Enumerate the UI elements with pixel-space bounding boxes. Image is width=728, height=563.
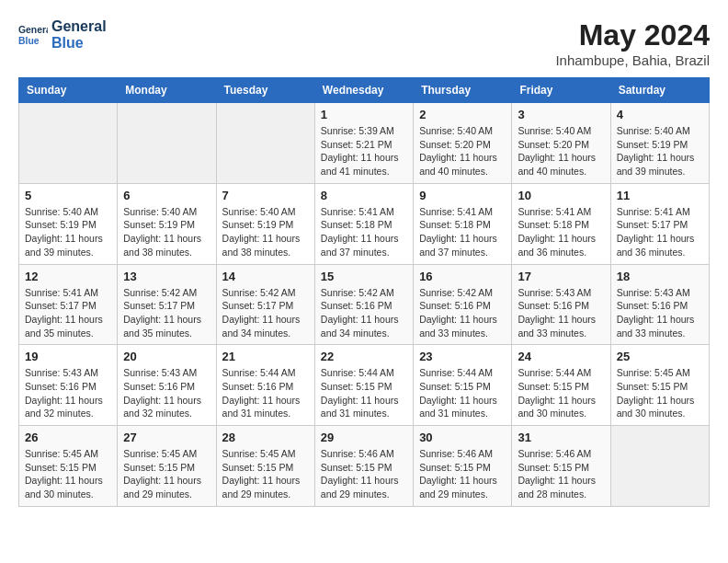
calendar-header: SundayMondayTuesdayWednesdayThursdayFrid… bbox=[19, 78, 710, 103]
week-row-3: 12Sunrise: 5:41 AMSunset: 5:17 PMDayligh… bbox=[19, 264, 710, 345]
day-info: Sunrise: 5:44 AMSunset: 5:15 PMDaylight:… bbox=[518, 366, 604, 420]
svg-text:General: General bbox=[18, 25, 48, 35]
calendar-cell: 5Sunrise: 5:40 AMSunset: 5:19 PMDaylight… bbox=[19, 183, 118, 264]
day-number: 8 bbox=[321, 189, 407, 202]
day-number: 3 bbox=[518, 108, 604, 121]
calendar-cell bbox=[19, 103, 118, 184]
calendar-cell: 28Sunrise: 5:45 AMSunset: 5:15 PMDayligh… bbox=[216, 426, 314, 507]
day-info: Sunrise: 5:41 AMSunset: 5:18 PMDaylight:… bbox=[321, 205, 407, 259]
day-info: Sunrise: 5:41 AMSunset: 5:17 PMDaylight:… bbox=[25, 286, 111, 340]
day-info: Sunrise: 5:44 AMSunset: 5:15 PMDaylight:… bbox=[419, 366, 506, 420]
calendar-body: 1Sunrise: 5:39 AMSunset: 5:21 PMDaylight… bbox=[19, 103, 710, 507]
calendar-cell: 19Sunrise: 5:43 AMSunset: 5:16 PMDayligh… bbox=[19, 345, 118, 426]
calendar-cell: 29Sunrise: 5:46 AMSunset: 5:15 PMDayligh… bbox=[314, 426, 413, 507]
calendar-cell: 4Sunrise: 5:40 AMSunset: 5:19 PMDaylight… bbox=[610, 103, 709, 184]
header-day-sunday: Sunday bbox=[19, 78, 118, 103]
calendar-cell: 16Sunrise: 5:42 AMSunset: 5:16 PMDayligh… bbox=[414, 264, 512, 345]
day-number: 19 bbox=[25, 350, 111, 363]
logo-text-general: General bbox=[51, 18, 107, 35]
day-info: Sunrise: 5:46 AMSunset: 5:15 PMDaylight:… bbox=[419, 447, 506, 501]
calendar-cell bbox=[610, 426, 709, 507]
day-info: Sunrise: 5:43 AMSunset: 5:16 PMDaylight:… bbox=[617, 286, 703, 340]
header-day-tuesday: Tuesday bbox=[216, 78, 314, 103]
week-row-2: 5Sunrise: 5:40 AMSunset: 5:19 PMDaylight… bbox=[19, 183, 710, 264]
day-info: Sunrise: 5:44 AMSunset: 5:15 PMDaylight:… bbox=[321, 366, 407, 420]
calendar-cell: 3Sunrise: 5:40 AMSunset: 5:20 PMDaylight… bbox=[512, 103, 610, 184]
calendar-cell: 23Sunrise: 5:44 AMSunset: 5:15 PMDayligh… bbox=[414, 345, 512, 426]
day-number: 26 bbox=[25, 431, 111, 444]
calendar-cell: 10Sunrise: 5:41 AMSunset: 5:18 PMDayligh… bbox=[512, 183, 610, 264]
week-row-5: 26Sunrise: 5:45 AMSunset: 5:15 PMDayligh… bbox=[19, 426, 710, 507]
day-info: Sunrise: 5:42 AMSunset: 5:16 PMDaylight:… bbox=[419, 286, 506, 340]
location-subtitle: Inhambupe, Bahia, Brazil bbox=[555, 52, 710, 68]
day-info: Sunrise: 5:41 AMSunset: 5:18 PMDaylight:… bbox=[518, 205, 604, 259]
calendar-cell: 27Sunrise: 5:45 AMSunset: 5:15 PMDayligh… bbox=[118, 426, 216, 507]
header-row: SundayMondayTuesdayWednesdayThursdayFrid… bbox=[19, 78, 710, 103]
logo-text-blue: Blue bbox=[51, 35, 107, 52]
day-number: 20 bbox=[123, 350, 210, 363]
calendar-cell: 30Sunrise: 5:46 AMSunset: 5:15 PMDayligh… bbox=[414, 426, 512, 507]
day-number: 11 bbox=[617, 189, 703, 202]
day-number: 30 bbox=[419, 431, 506, 444]
calendar-cell: 14Sunrise: 5:42 AMSunset: 5:17 PMDayligh… bbox=[216, 264, 314, 345]
day-info: Sunrise: 5:40 AMSunset: 5:20 PMDaylight:… bbox=[419, 124, 506, 178]
day-info: Sunrise: 5:45 AMSunset: 5:15 PMDaylight:… bbox=[123, 447, 210, 501]
day-number: 24 bbox=[518, 350, 604, 363]
day-number: 12 bbox=[25, 270, 111, 283]
day-number: 6 bbox=[123, 189, 210, 202]
day-info: Sunrise: 5:40 AMSunset: 5:19 PMDaylight:… bbox=[222, 205, 309, 259]
day-info: Sunrise: 5:45 AMSunset: 5:15 PMDaylight:… bbox=[222, 447, 309, 501]
day-info: Sunrise: 5:43 AMSunset: 5:16 PMDaylight:… bbox=[518, 286, 604, 340]
day-number: 13 bbox=[123, 270, 210, 283]
day-info: Sunrise: 5:39 AMSunset: 5:21 PMDaylight:… bbox=[321, 124, 407, 178]
day-info: Sunrise: 5:45 AMSunset: 5:15 PMDaylight:… bbox=[25, 447, 111, 501]
day-number: 29 bbox=[321, 431, 407, 444]
day-number: 15 bbox=[321, 270, 407, 283]
day-info: Sunrise: 5:45 AMSunset: 5:15 PMDaylight:… bbox=[617, 366, 703, 420]
calendar-cell: 15Sunrise: 5:42 AMSunset: 5:16 PMDayligh… bbox=[314, 264, 413, 345]
day-number: 14 bbox=[222, 270, 309, 283]
day-info: Sunrise: 5:41 AMSunset: 5:18 PMDaylight:… bbox=[419, 205, 506, 259]
day-number: 9 bbox=[419, 189, 506, 202]
calendar-cell bbox=[118, 103, 216, 184]
logo-icon: General Blue bbox=[18, 20, 48, 50]
day-number: 28 bbox=[222, 431, 309, 444]
day-number: 4 bbox=[617, 108, 703, 121]
calendar-cell: 2Sunrise: 5:40 AMSunset: 5:20 PMDaylight… bbox=[414, 103, 512, 184]
day-info: Sunrise: 5:42 AMSunset: 5:17 PMDaylight:… bbox=[123, 286, 210, 340]
calendar-cell: 17Sunrise: 5:43 AMSunset: 5:16 PMDayligh… bbox=[512, 264, 610, 345]
calendar-cell: 22Sunrise: 5:44 AMSunset: 5:15 PMDayligh… bbox=[314, 345, 413, 426]
calendar-cell: 11Sunrise: 5:41 AMSunset: 5:17 PMDayligh… bbox=[610, 183, 709, 264]
calendar-cell: 20Sunrise: 5:43 AMSunset: 5:16 PMDayligh… bbox=[118, 345, 216, 426]
day-number: 16 bbox=[419, 270, 506, 283]
calendar-cell: 25Sunrise: 5:45 AMSunset: 5:15 PMDayligh… bbox=[610, 345, 709, 426]
calendar-cell: 13Sunrise: 5:42 AMSunset: 5:17 PMDayligh… bbox=[118, 264, 216, 345]
day-info: Sunrise: 5:40 AMSunset: 5:19 PMDaylight:… bbox=[617, 124, 703, 178]
calendar-cell: 21Sunrise: 5:44 AMSunset: 5:16 PMDayligh… bbox=[216, 345, 314, 426]
day-number: 10 bbox=[518, 189, 604, 202]
day-info: Sunrise: 5:43 AMSunset: 5:16 PMDaylight:… bbox=[25, 366, 111, 420]
calendar-cell: 24Sunrise: 5:44 AMSunset: 5:15 PMDayligh… bbox=[512, 345, 610, 426]
day-info: Sunrise: 5:46 AMSunset: 5:15 PMDaylight:… bbox=[321, 447, 407, 501]
svg-text:Blue: Blue bbox=[18, 35, 40, 45]
day-info: Sunrise: 5:42 AMSunset: 5:17 PMDaylight:… bbox=[222, 286, 309, 340]
header-day-friday: Friday bbox=[512, 78, 610, 103]
header-day-thursday: Thursday bbox=[414, 78, 512, 103]
day-info: Sunrise: 5:40 AMSunset: 5:20 PMDaylight:… bbox=[518, 124, 604, 178]
calendar-cell: 9Sunrise: 5:41 AMSunset: 5:18 PMDaylight… bbox=[414, 183, 512, 264]
calendar-cell: 8Sunrise: 5:41 AMSunset: 5:18 PMDaylight… bbox=[314, 183, 413, 264]
day-number: 22 bbox=[321, 350, 407, 363]
logo: General Blue General Blue bbox=[18, 18, 107, 51]
day-info: Sunrise: 5:46 AMSunset: 5:15 PMDaylight:… bbox=[518, 447, 604, 501]
page-header: General Blue General Blue May 2024 Inham… bbox=[18, 18, 710, 68]
month-title: May 2024 bbox=[555, 18, 710, 52]
header-day-saturday: Saturday bbox=[610, 78, 709, 103]
day-info: Sunrise: 5:44 AMSunset: 5:16 PMDaylight:… bbox=[222, 366, 309, 420]
day-info: Sunrise: 5:42 AMSunset: 5:16 PMDaylight:… bbox=[321, 286, 407, 340]
title-block: May 2024 Inhambupe, Bahia, Brazil bbox=[555, 18, 710, 68]
day-info: Sunrise: 5:43 AMSunset: 5:16 PMDaylight:… bbox=[123, 366, 210, 420]
day-number: 1 bbox=[321, 108, 407, 121]
day-number: 18 bbox=[617, 270, 703, 283]
day-number: 2 bbox=[419, 108, 506, 121]
week-row-4: 19Sunrise: 5:43 AMSunset: 5:16 PMDayligh… bbox=[19, 345, 710, 426]
